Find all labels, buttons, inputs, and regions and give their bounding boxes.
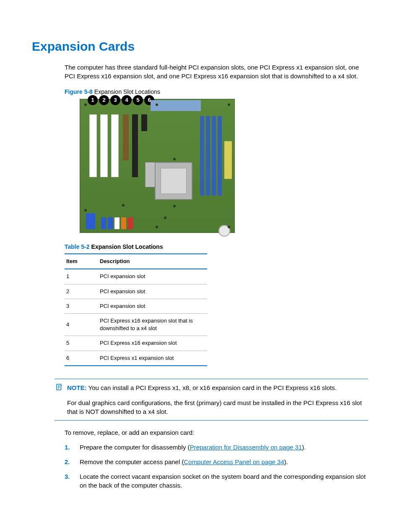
table-title: Expansion Slot Locations — [91, 243, 163, 250]
note-icon — [55, 383, 64, 394]
figure-label: Figure 5-8 — [65, 88, 93, 95]
table-row: 3PCI expansion slot — [65, 299, 207, 313]
note-followup: For dual graphics card configurations, t… — [67, 398, 368, 416]
figure-title: Expansion Slot Locations — [94, 88, 160, 95]
step-text: Locate the correct vacant expansion sock… — [80, 472, 368, 490]
note-block: NOTE: You can install a PCI Express x1, … — [55, 379, 368, 421]
step-number: 1. — [65, 443, 72, 452]
callout-4: 4 — [122, 95, 132, 105]
motherboard-image: 1 2 3 4 5 6 — [80, 99, 235, 233]
pci-slot-1 — [89, 114, 97, 177]
steps-list: 1. Prepare the computer for disassembly … — [65, 443, 368, 490]
callout-5: 5 — [133, 95, 143, 105]
rear-io — [151, 100, 201, 111]
callout-1: 1 — [88, 95, 98, 105]
table-row: 4PCI Express x16 expansion slot that is … — [65, 313, 207, 336]
pcie-x16-x4-slot — [123, 114, 129, 160]
step-3: 3. Locate the correct vacant expansion s… — [65, 472, 368, 490]
link-access-panel[interactable]: Computer Access Panel on page 34 — [184, 458, 284, 465]
table-caption: Table 5-2 Expansion Slot Locations — [65, 243, 368, 251]
cpu-socket — [155, 162, 192, 200]
pcie-x16-slot — [132, 114, 138, 177]
th-desc: Description — [98, 254, 207, 269]
table-row: 6PCI Express x1 expansion slot — [65, 351, 207, 366]
step-1: 1. Prepare the computer for disassembly … — [65, 443, 368, 452]
pcie-x1-slot — [141, 114, 147, 131]
callout-2: 2 — [99, 95, 109, 105]
front-header — [86, 213, 95, 229]
ram-slots — [200, 116, 222, 196]
step-2: 2. Remove the computer access panel (Com… — [65, 457, 368, 466]
step-text: Prepare the computer for disassembly (Pr… — [80, 443, 306, 452]
note-text: You can install a PCI Express x1, x8, or… — [88, 384, 337, 391]
step-number: 2. — [65, 457, 72, 466]
pci-slot-2 — [100, 114, 108, 177]
motherboard-figure: 1 2 3 4 5 6 — [80, 99, 368, 233]
step-number: 3. — [65, 472, 72, 490]
link-preparation-disassembly[interactable]: Preparation for Disassembly on page 31 — [190, 444, 302, 451]
table-row: 5PCI Express x16 expansion slot — [65, 336, 207, 351]
sata-ports — [101, 217, 133, 229]
note-label: NOTE: — [67, 384, 87, 391]
atx-power — [224, 141, 232, 179]
table-row: 1PCI expansion slot — [65, 269, 207, 284]
table-row: 2PCI expansion slot — [65, 284, 207, 299]
slot-locations-table: Item Description 1PCI expansion slot 2PC… — [65, 253, 207, 366]
th-item: Item — [65, 254, 98, 269]
page-heading: Expansion Cards — [32, 38, 368, 55]
callout-row: 1 2 3 4 5 6 — [88, 95, 154, 105]
pci-slot-3 — [111, 114, 119, 177]
intro-paragraph: The computer has three standard full-hei… — [65, 63, 368, 80]
callout-3: 3 — [110, 95, 120, 105]
instruction-lead: To remove, replace, or add an expansion … — [65, 428, 368, 437]
table-label: Table 5-2 — [65, 243, 90, 250]
step-text: Remove the computer access panel (Comput… — [80, 457, 288, 466]
